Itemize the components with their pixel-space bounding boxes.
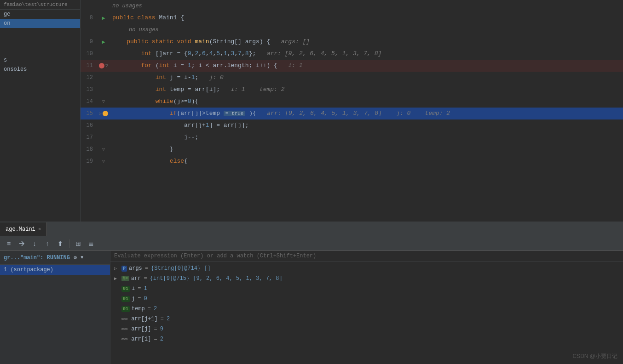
eval-placeholder: Evaluate expression (Enter) or add a wat… [114,253,316,259]
toolbar-menu-btn[interactable]: ≡ [4,239,14,249]
sidebar-item-on[interactable]: on [0,19,80,28]
running-label: gr..."main": RUNNING [4,255,70,261]
debug-filter-bar: gr..."main": RUNNING ⚙ ▼ [0,251,110,265]
toolbar-up-btn[interactable]: ↑ [42,239,52,249]
run-icon-9[interactable]: ▶ [102,39,105,46]
tab-close[interactable]: × [38,227,41,232]
sidebar: famiao\test\structure ge on s onsoles [0,0,81,222]
var-badge-arr: ½≡ [121,276,129,281]
eval-bar[interactable]: Evaluate expression (Enter) or add a wat… [110,251,623,262]
filter-icon[interactable]: ⚙ [74,254,77,261]
code-line-10: 10 int []arr = {9,2,6,4,5,1,3,7,8}; arr:… [81,48,623,60]
toolbar-grid-btn[interactable]: ⊞ [73,239,83,249]
sidebar-item-onsoles[interactable]: onsoles [0,65,80,74]
code-line-12: 12 int j = i-1; j: 0 [81,72,623,84]
toolbar-export-btn[interactable]: ⬆ [55,239,65,249]
var-badge-int-i: 01 [121,286,130,292]
code-line-15: 15 ▷ if(arr[j]>temp = true ){ arr: [9, 2… [81,108,623,119]
code-line-18: 18 ▽ } [81,143,623,155]
code-line-11: 11 ▽ for (int i = 1; i < arr.length; i++… [81,60,623,72]
fold-icon-15: ▷ [99,111,102,116]
toolbar-down-btn[interactable]: ↓ [29,239,40,249]
debug-stack-item[interactable]: 1 (sortpackage) [0,265,110,275]
editor-container: famiao\test\structure ge on s onsoles no… [0,0,623,222]
debug-toolbar: ≡ ↓ ↑ ⬆ ⊞ ≣ [0,236,623,251]
var-badge-int-temp: 01 [121,306,130,312]
var-badge-oo-3: ∞∞ [121,336,127,342]
bottom-tabs: age.Main1 × [0,222,623,236]
debug-var-args: ▷ P args = {String[0]@714} [] [114,263,619,273]
debug-variables: ▷ P args = {String[0]@714} [] ▶ ½≡ arr =… [110,262,623,364]
code-line-8: 8 ▶ public class Main1 { [81,12,623,24]
sidebar-item-s[interactable]: s [0,56,80,65]
var-badge-p: P [121,266,127,272]
code-line-14: 14 ▽ while(j>=0){ [81,96,623,108]
code-line-nousages: no usages [81,0,623,12]
sidebar-item-ge[interactable]: ge [0,10,80,19]
fold-icon-14[interactable]: ▽ [102,99,105,104]
code-editor: no usages 8 ▶ public class Main1 { no us… [81,0,623,222]
toolbar-separator [69,239,69,248]
var-badge-oo-1: ∞∞ [121,316,127,322]
var-badge-oo-2: ∞∞ [121,326,127,332]
debug-var-arr[interactable]: ▶ ½≡ arr = {int[9]@715} [9, 2, 6, 4, 5, … [114,273,619,284]
breakpoint-current-15 [103,111,108,116]
fold-icon-18[interactable]: ▽ [102,147,105,152]
dropdown-arrow[interactable]: ▼ [81,255,83,260]
tab-main1[interactable]: age.Main1 × [0,222,47,236]
toolbar-list-btn[interactable]: ≣ [86,239,96,249]
code-line-nousages2: no usages [81,24,623,36]
code-line-16: 16 arr[j+1] = arr[j]; [81,119,623,131]
code-line-17: 17 j--; [81,131,623,143]
tab-label: age.Main1 [6,226,35,233]
bottom-panel: age.Main1 × ≡ ↓ ↑ ⬆ ⊞ ≣ gr..."main": RUN… [0,222,623,364]
var-badge-int-j: 01 [121,296,130,302]
debug-var-temp: 01 temp = 2 [114,304,619,314]
stack-item-label: 1 (sortpackage) [4,267,53,273]
fold-icon-19[interactable]: ▽ [102,159,105,164]
toolbar-restore-btn[interactable] [17,239,27,249]
debug-var-arrj1: ∞∞ arr[j+1] = 2 [114,314,619,324]
debug-var-i: 01 i = 1 [114,284,619,294]
sidebar-path: famiao\test\structure [0,0,80,10]
debug-var-j: 01 j = 0 [114,294,619,304]
fold-icon-11[interactable]: ▽ [105,63,108,68]
debug-var-arri: ∞∞ arr[i] = 2 [114,334,619,344]
code-line-19: 19 ▽ else{ [81,155,623,167]
watermark: CSDN @小贾日记 [572,353,617,360]
debug-var-arrj: ∞∞ arr[j] = 9 [114,324,619,334]
code-line-13: 13 int temp = arr[i]; i: 1 temp: 2 [81,84,623,96]
breakpoint-icon-11[interactable] [99,63,104,68]
code-line-9: 9 ▶ public static void main(String[] arg… [81,36,623,48]
run-icon-8[interactable]: ▶ [102,15,105,22]
